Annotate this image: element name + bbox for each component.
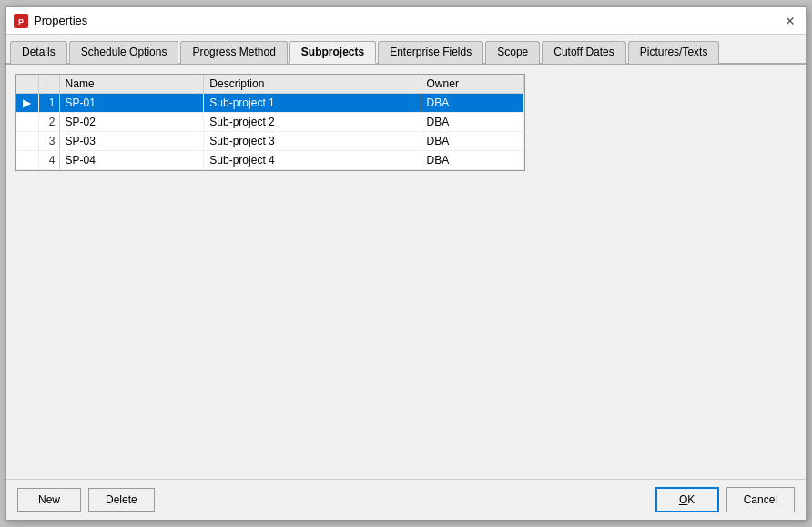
new-button[interactable]: New [17,488,81,512]
app-icon: P [14,14,28,28]
col-name-header: Name [59,75,204,94]
row-arrow [16,132,38,151]
tab-cutoff-dates[interactable]: Cutoff Dates [542,41,625,64]
table-row[interactable]: ▶1SP-01Sub-project 1DBA [16,94,524,113]
footer-left: New Delete [17,488,155,512]
col-rownum [38,75,59,94]
row-arrow [16,151,38,170]
row-description: Sub-project 4 [204,151,421,170]
table-row[interactable]: 3SP-03Sub-project 3DBA [16,132,524,151]
row-owner: DBA [421,132,523,151]
row-name: SP-01 [59,94,204,113]
row-owner: DBA [421,94,523,113]
cancel-button[interactable]: Cancel [726,487,795,512]
row-number: 4 [38,151,59,170]
subprojects-table: Name Description Owner ▶1SP-01Sub-projec… [16,75,524,170]
row-name: SP-04 [59,151,204,170]
delete-button[interactable]: Delete [88,488,155,512]
row-arrow: ▶ [16,94,38,113]
row-name: SP-03 [59,132,204,151]
col-owner-header: Owner [421,75,523,94]
tab-details[interactable]: Details [10,41,67,64]
tab-bar: Details Schedule Options Progress Method… [6,35,806,65]
row-description: Sub-project 1 [204,94,421,113]
tab-content: Name Description Owner ▶1SP-01Sub-projec… [6,65,806,479]
table-body: ▶1SP-01Sub-project 1DBA2SP-02Sub-project… [16,94,524,170]
col-arrow [16,75,38,94]
row-description: Sub-project 2 [204,113,421,132]
svg-text:P: P [18,17,24,26]
footer: New Delete OK Cancel [6,479,806,520]
cancel-label: Cancel [744,493,777,506]
row-description: Sub-project 3 [204,132,421,151]
col-description-header: Description [204,75,421,94]
tab-subprojects[interactable]: Subprojects [289,41,376,64]
close-button[interactable]: ✕ [782,13,798,29]
window-title: Properties [34,14,87,27]
title-bar-left: P Properties [14,14,87,28]
tab-enterprise-fields[interactable]: Enterprise Fields [378,41,483,64]
table-header-row: Name Description Owner [16,75,524,94]
ok-button[interactable]: OK [655,487,719,512]
tab-scope[interactable]: Scope [485,41,540,64]
tab-pictures-texts[interactable]: Pictures/Texts [628,41,720,64]
subprojects-table-container: Name Description Owner ▶1SP-01Sub-projec… [15,74,525,171]
row-owner: DBA [421,151,523,170]
table-row[interactable]: 2SP-02Sub-project 2DBA [16,113,524,132]
tab-schedule-options[interactable]: Schedule Options [69,41,179,64]
row-arrow [16,113,38,132]
delete-label: Delete [106,493,137,506]
properties-window: P Properties ✕ Details Schedule Options … [5,6,807,521]
row-number: 3 [38,132,59,151]
title-bar: P Properties ✕ [6,7,806,35]
row-name: SP-02 [59,113,204,132]
footer-right: OK Cancel [655,487,795,512]
table-row[interactable]: 4SP-04Sub-project 4DBA [16,151,524,170]
row-owner: DBA [421,113,523,132]
ok-label: OK [679,493,695,506]
row-number: 2 [38,113,59,132]
row-number: 1 [38,94,59,113]
tab-progress-method[interactable]: Progress Method [180,41,287,64]
new-label: New [38,493,60,506]
